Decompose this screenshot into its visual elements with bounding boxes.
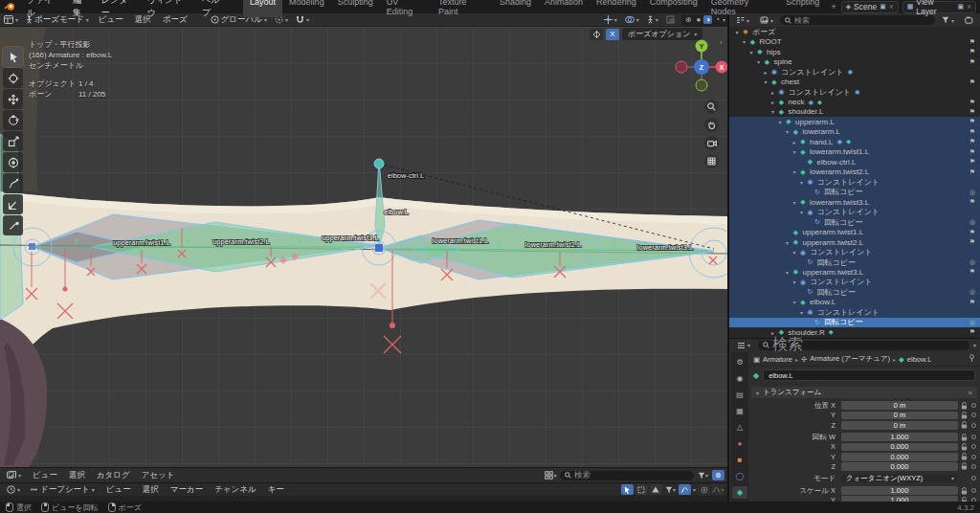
expand-toggle-icon[interactable]: ▾ [791,168,798,175]
animate-dot[interactable] [971,476,976,480]
dope-snap-button[interactable] [698,484,710,495]
asset-display-size[interactable]: ▾ [545,470,557,480]
expand-toggle-icon[interactable]: ▾ [791,279,798,285]
workspace-tab-geometry-nodes[interactable]: Geometry Nodes [704,0,780,17]
dope-box-select-button[interactable] [635,484,648,495]
breadcrumb-data[interactable]: Armature (アーマチュア) [810,354,890,364]
asset-filter-button[interactable]: ▾ [697,470,709,480]
app-menu-0[interactable]: ファイル [21,0,67,20]
outliner-row-chest[interactable]: ▾◆chest⚑ [729,77,980,86]
lock-icon[interactable] [958,443,969,451]
outliner-row-lowerarm.twist2.L[interactable]: ▾◆lowerarm.twist2.L⚑ [729,167,980,177]
lock-icon[interactable] [958,412,969,419]
expand-toggle-icon[interactable]: ▸ [762,69,769,76]
unlink-scene-icon[interactable]: × [889,2,894,11]
expand-toggle-icon[interactable]: ▾ [784,128,791,135]
bone-flag-icon[interactable]: ⚑ [969,108,975,116]
toggle-ortho-button[interactable] [704,154,719,168]
value-field[interactable]: 0 m [841,401,958,410]
value-field[interactable]: 0 m [841,421,958,430]
new-collection-button[interactable] [961,14,977,26]
expand-toggle-icon[interactable]: ▾ [798,209,806,215]
workspace-tab-shading[interactable]: Shading [493,0,538,17]
dopesheet-menu-2[interactable]: マーカー [165,484,209,496]
lock-icon[interactable] [958,462,969,470]
animate-dot[interactable] [971,455,976,459]
expand-toggle-icon[interactable]: ▸ [791,139,798,145]
rotation-mode-dropdown[interactable]: クォータニオン(WXYZ)▾ [841,475,958,483]
outliner-row-ROOT[interactable]: ▾◆ROOT⚑ [729,36,980,46]
bone-flag-icon[interactable]: ⚑ [969,118,975,125]
expand-toggle-icon[interactable]: ▾ [791,199,798,206]
outliner-row-upperarm.L[interactable]: ▾◆upperarm.L⚑ [729,117,980,126]
bone-flag-icon[interactable]: ⚑ [969,238,975,246]
bone-flag-icon[interactable]: ⚑ [969,328,975,336]
bone-flag-icon[interactable]: ⚑ [969,229,975,236]
app-menu-2[interactable]: レンダー [96,0,142,20]
dope-tweak-button[interactable] [621,484,634,495]
outliner-row-[interactable]: ↻回転コピー◎ [729,217,980,227]
value-field[interactable]: 0.000 [841,453,958,461]
hide-eye-icon[interactable]: ◎ [969,288,975,296]
expand-toggle-icon[interactable]: ▾ [784,239,791,246]
properties-search[interactable]: 検索 [758,341,969,350]
pan-button[interactable] [704,118,719,132]
outliner-row-hips[interactable]: ▾◆hips⚑ [729,47,980,56]
lock-icon[interactable] [958,453,969,460]
panel-drag-handle[interactable]: ≡ [969,389,972,397]
outliner-row-[interactable]: ▾◈ポーズ [729,27,980,36]
dope-only-errors-button[interactable] [650,484,662,495]
outliner-row-[interactable]: ▸◉コンストレイント◉ [729,87,980,97]
outliner-row-[interactable]: ↻回転コピー◎ [729,318,980,327]
camera-view-button[interactable] [704,136,719,150]
add-workspace-button[interactable]: + [826,2,840,11]
app-menu-3[interactable]: ウィンドウ [142,0,196,20]
dopesheet-menu-3[interactable]: チャンネル [209,484,262,496]
dope-proportional-button[interactable] [679,484,691,495]
workspace-tab-rendering[interactable]: Rendering [590,0,643,17]
lock-icon[interactable] [958,402,969,410]
mirror-x-toggle[interactable]: X [606,29,619,40]
scene-selector[interactable]: ◈ Scene ▣ × [841,1,899,13]
bone-flag-icon[interactable]: ⚑ [969,299,975,306]
outliner-row-[interactable]: ▸◉コンストレイント◉ [729,67,980,77]
app-menu-1[interactable]: 編集 [67,0,96,20]
lock-icon[interactable] [958,487,969,495]
properties-tab-object[interactable]: ■ [732,454,747,466]
expand-toggle-icon[interactable]: ▾ [791,148,798,155]
outliner-row-upperarm.twist3.L[interactable]: ▾◆upperarm.twist3.L⚑ [729,267,980,277]
pin-id-icon[interactable] [969,354,975,364]
pose-breakdowner-tool-button[interactable] [3,215,23,235]
mirror-butterfly-button[interactable] [590,29,603,40]
gizmo-y-neg-axis[interactable] [696,79,707,91]
properties-tab-scene[interactable]: △ [732,421,747,434]
workspace-tab-compositing[interactable]: Compositing [643,0,704,17]
transform-tool-button[interactable] [3,152,23,172]
expand-toggle-icon[interactable]: ▸ [769,99,777,105]
editor-type-button[interactable]: ▾ [0,14,22,26]
properties-tab-bone[interactable]: ◆ [732,486,747,499]
outliner-row-upperarm.twist2.L[interactable]: ▾◆upperarm.twist2.L⚑ [729,237,980,247]
outliner-row-[interactable]: ↻回転コピー◎ [729,188,980,197]
workspace-tab-scripting[interactable]: Scripting [779,0,826,17]
animate-dot[interactable] [971,423,976,428]
properties-tab-tool[interactable]: ⚙ [732,356,747,368]
properties-tab-physics[interactable]: ◯ [732,470,747,482]
asset-settings-button[interactable]: ⚙ [712,470,724,480]
expand-toggle-icon[interactable]: ▾ [747,49,755,56]
bone-flag-icon[interactable]: ⚑ [969,99,975,106]
dope-filter-button[interactable]: ▾ [664,484,677,495]
asset-menu-1[interactable]: 選択 [63,470,91,481]
outliner-row-hand.L[interactable]: ▸◆hand.L◉◆⚑ [729,137,980,146]
properties-tab-output[interactable]: ▤ [732,389,747,401]
shading-dropdown[interactable]: ▾ [723,16,725,23]
expand-toggle-icon[interactable]: ▾ [784,269,791,276]
hide-eye-icon[interactable]: ◎ [969,189,975,196]
expand-toggle-icon[interactable]: ▾ [776,119,784,125]
asset-editor-type[interactable]: ▾ [3,470,25,481]
outliner-row-upperarm.twist1.L[interactable]: ◆upperarm.twist1.L⚑ [729,227,980,236]
outliner-row-spine[interactable]: ▾◆spine⚑ [729,56,980,66]
lock-icon[interactable] [958,434,969,441]
outliner-row-elbow-ctrl.L[interactable]: ◆elbow-ctrl.L⚑ [729,157,980,167]
bone-flag-icon[interactable]: ⚑ [969,78,975,86]
